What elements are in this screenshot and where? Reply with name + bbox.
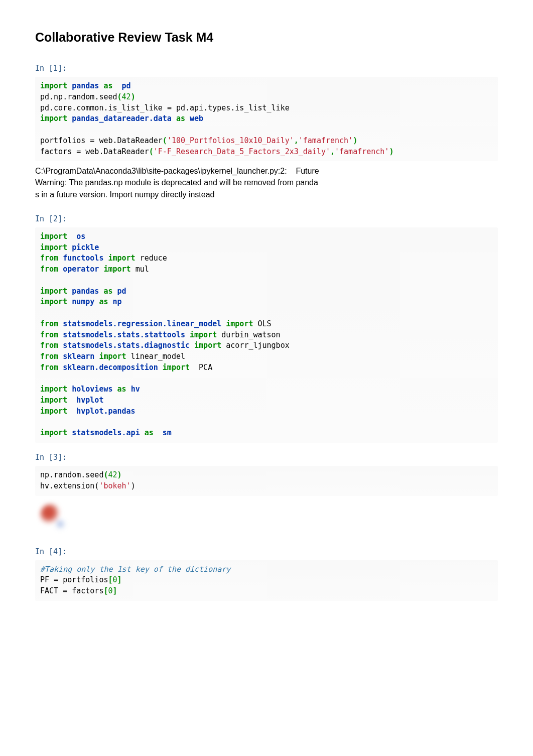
- page-title: Collaborative Review Task M4: [35, 30, 498, 45]
- code-token: from: [40, 265, 58, 274]
- code-token: import: [103, 265, 130, 274]
- code-token: =: [63, 586, 67, 595]
- code-token: as: [99, 297, 108, 306]
- code-token: [58, 265, 63, 274]
- code-token: import: [163, 363, 190, 372]
- code-token: sklearn.decomposition: [63, 363, 158, 372]
- code-input[interactable]: np.random.seed(42) hv.extension('bokeh'): [35, 466, 498, 496]
- code-token: statsmodels.api: [72, 428, 140, 437]
- code-token: (: [117, 92, 122, 101]
- code-token: random: [67, 92, 94, 101]
- code-input[interactable]: #Taking only the 1st key of the dictiona…: [35, 560, 498, 601]
- code-token: [126, 385, 131, 394]
- code-token: statsmodels.stats.diagnostic: [63, 341, 190, 350]
- code-token: 'bokeh': [99, 481, 130, 490]
- code-token: np: [40, 470, 49, 479]
- code-token: [113, 81, 122, 90]
- code-token: web: [190, 114, 203, 123]
- code-token: .: [49, 92, 54, 101]
- code-token: =: [76, 147, 81, 156]
- code-token: import: [108, 254, 135, 263]
- code-token: [67, 428, 72, 437]
- code-token: import: [40, 232, 67, 241]
- code-token: pandas: [72, 287, 99, 296]
- code-token: mul: [131, 265, 149, 274]
- code-token: reduce: [136, 254, 167, 263]
- code-token: .: [63, 92, 67, 101]
- code-token: import: [40, 287, 67, 296]
- code-token: web: [81, 147, 99, 156]
- code-token: types: [208, 103, 230, 112]
- code-token: is_list_like: [235, 103, 289, 112]
- code-token: ): [131, 92, 136, 101]
- code-token: np: [113, 297, 122, 306]
- bokeh-logo-icon: [35, 496, 498, 537]
- code-token: import: [194, 341, 221, 350]
- code-token: is_list_like: [108, 103, 167, 112]
- code-token: 'famafrench': [335, 147, 389, 156]
- code-token: .: [203, 103, 208, 112]
- code-token: hv: [131, 385, 140, 394]
- code-input[interactable]: import os import pickle from functools i…: [35, 227, 498, 443]
- code-token: import: [40, 81, 67, 90]
- code-cell: In [4]:#Taking only the 1st key of the d…: [35, 543, 498, 601]
- code-token: api: [190, 103, 203, 112]
- code-token: [140, 428, 145, 437]
- code-token: seed: [99, 92, 117, 101]
- code-token: np: [54, 92, 63, 101]
- code-token: hv: [40, 481, 49, 490]
- output-text: C:\ProgramData\Anaconda3\lib\site-packag…: [35, 161, 498, 204]
- code-token: PCA: [190, 363, 212, 372]
- code-token: acorr_ljungbox: [221, 341, 289, 350]
- code-token: web: [94, 136, 112, 145]
- code-input[interactable]: import pandas as pd pd.np.random.seed(42…: [35, 77, 498, 161]
- code-token: from: [40, 254, 58, 263]
- code-token: PF: [40, 575, 54, 584]
- code-token: holoviews: [72, 385, 112, 394]
- code-token: [67, 407, 76, 416]
- code-token: .: [49, 470, 54, 479]
- code-token: .: [49, 103, 54, 112]
- code-token: [67, 297, 72, 306]
- code-token: [113, 385, 117, 394]
- code-token: ): [389, 147, 393, 156]
- code-token: as: [103, 287, 112, 296]
- code-token: pd: [122, 81, 131, 90]
- code-token: pd: [40, 103, 49, 112]
- code-token: [67, 114, 72, 123]
- code-token: .: [81, 470, 85, 479]
- code-token: 'famafrench': [299, 136, 353, 145]
- code-token: ,: [330, 147, 335, 156]
- code-token: [67, 385, 72, 394]
- code-token: [185, 330, 190, 339]
- code-token: durbin_watson: [217, 330, 280, 339]
- code-token: pandas_datareader.data: [72, 114, 172, 123]
- code-token: '100_Portfolios_10x10_Daily': [167, 136, 294, 145]
- code-cell: In [2]:import os import pickle from func…: [35, 210, 498, 443]
- code-token: ): [131, 481, 136, 490]
- code-token: =: [54, 575, 58, 584]
- code-token: pandas: [72, 81, 99, 90]
- code-token: as: [145, 428, 154, 437]
- code-token: 0: [113, 575, 117, 584]
- code-token: [58, 363, 63, 372]
- code-token: factors: [40, 147, 76, 156]
- code-token: import: [226, 319, 253, 328]
- code-token: pd: [172, 103, 185, 112]
- code-token: [58, 319, 63, 328]
- code-token: [67, 81, 72, 90]
- code-token: from: [40, 363, 58, 372]
- code-token: [172, 114, 176, 123]
- code-token: 42: [122, 92, 131, 101]
- code-token: [108, 297, 112, 306]
- code-token: linear_model: [126, 352, 185, 361]
- code-token: .: [49, 481, 54, 490]
- code-token: extension(: [54, 481, 99, 490]
- code-token: =: [167, 103, 172, 112]
- code-token: ]: [117, 575, 122, 584]
- input-prompt: In [2]:: [35, 210, 498, 227]
- code-token: functools: [63, 254, 103, 263]
- code-token: .: [185, 103, 190, 112]
- code-token: [58, 330, 63, 339]
- code-token: common: [76, 103, 103, 112]
